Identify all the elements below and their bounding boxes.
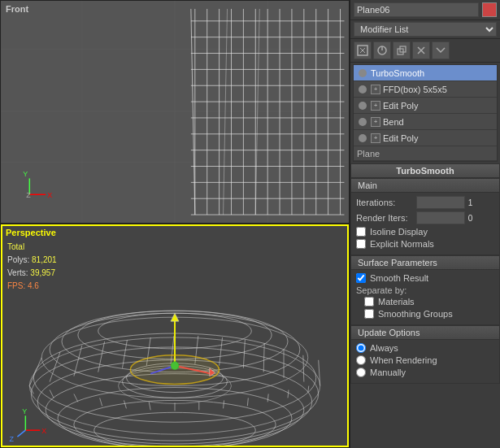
svg-text:X: X [47, 191, 52, 199]
turbosmooth-panel-header[interactable]: TurboSmooth [350, 163, 500, 178]
object-color-swatch[interactable] [482, 2, 497, 17]
viewport-front-grid: X Y Z [1, 1, 349, 223]
stack-toggle-editpoly1[interactable]: + [371, 101, 380, 111]
render-iters-row: Render Iters: ▲ ▼ [356, 211, 494, 224]
stack-base-plane[interactable]: Plane [354, 146, 497, 161]
configure-button[interactable] [432, 41, 450, 59]
render-iters-label: Render Iters: [356, 213, 413, 223]
svg-text:Z: Z [26, 191, 31, 199]
iterations-row: Iterations: ▲ ▼ [356, 196, 494, 209]
manually-radio[interactable] [356, 368, 366, 377]
when-rendering-row: When Rendering [356, 355, 494, 365]
materials-label: Materials [378, 297, 415, 307]
stack-icon-bend [357, 116, 368, 128]
svg-point-92 [130, 355, 219, 385]
explicit-normals-label: Explicit Normals [370, 239, 434, 249]
separate-by-label: Separate by: [356, 285, 494, 295]
smooth-result-checkbox[interactable] [356, 273, 366, 283]
stats-verts-value: 39,957 [30, 268, 55, 277]
modifier-list-bar: Modifier List [350, 20, 500, 39]
iterations-value[interactable] [417, 198, 500, 207]
stack-icon-turbosmooth [357, 67, 368, 79]
surface-params-label: Surface Parameters [358, 258, 437, 267]
stack-item-ffd[interactable]: + FFD(box) 5x5x5 [354, 81, 497, 98]
smooth-result-row: Smooth Result [356, 273, 494, 283]
viewport-perspective-label: Perspective [6, 228, 56, 237]
stack-toggle-editpoly2[interactable]: + [371, 133, 380, 143]
svg-text:Y: Y [23, 170, 28, 178]
svg-text:Z: Z [9, 435, 14, 443]
stack-toggle-ffd[interactable]: + [371, 85, 380, 94]
stats-verts-label: Verts: [7, 268, 28, 277]
viewport-front[interactable]: Front [0, 0, 350, 224]
left-panel: Front [0, 0, 350, 448]
update-options-label: Update Options [358, 328, 420, 337]
iterations-spinner[interactable]: ▲ ▼ [416, 196, 465, 209]
remove-modifier-button[interactable] [412, 41, 430, 59]
stack-icon-editpoly2 [357, 133, 368, 144]
stats-total-label: Total [7, 241, 57, 254]
right-panel: Modifier List TurboSmooth [350, 0, 500, 448]
stack-label-ffd: FFD(box) 5x5x5 [383, 85, 493, 94]
viewport-front-label: Front [6, 4, 28, 14]
stack-label-bend: Bend [383, 117, 493, 127]
viewport-perspective[interactable]: Perspective Total Polys: 81,201 Verts: 3… [0, 224, 350, 448]
stack-label-turbosmooth: TurboSmooth [371, 68, 493, 78]
isoline-display-row: Isoline Display [356, 227, 494, 237]
turbosmooth-panel-title: TurboSmooth [396, 166, 454, 176]
render-iters-spinner[interactable]: ▲ ▼ [416, 211, 465, 224]
surface-params-content: Smooth Result Separate by: Materials Smo… [350, 270, 500, 325]
materials-checkbox[interactable] [364, 297, 374, 307]
svg-text:X: X [41, 427, 46, 435]
main-section-header[interactable]: Main [350, 178, 500, 193]
manually-row: Manually [356, 368, 494, 377]
stats-fps-label: FPS: [7, 281, 25, 290]
always-row: Always [356, 343, 494, 353]
always-label: Always [370, 343, 398, 353]
smoothing-groups-checkbox[interactable] [364, 309, 374, 319]
stack-icon-editpoly1 [357, 100, 368, 111]
stack-item-editpoly1[interactable]: + Edit Poly [354, 98, 497, 114]
stack-item-turbosmooth[interactable]: TurboSmooth [354, 65, 497, 81]
stats-fps-value: 4.6 [28, 281, 39, 290]
surface-params-section-header[interactable]: Surface Parameters [350, 255, 500, 270]
manually-label: Manually [370, 368, 406, 377]
smooth-result-label: Smooth Result [370, 273, 428, 283]
modifier-stack: TurboSmooth + FFD(box) 5x5x5 + Edit Poly… [353, 64, 498, 162]
object-name-bar [350, 0, 500, 20]
stats-polys-label: Polys: [7, 255, 29, 264]
explicit-normals-checkbox[interactable] [356, 239, 366, 249]
pin-stack-button[interactable] [354, 41, 372, 59]
svg-text:Y: Y [22, 407, 27, 415]
update-options-section-header[interactable]: Update Options [350, 325, 500, 340]
render-iters-value[interactable] [417, 214, 500, 223]
when-rendering-radio[interactable] [356, 355, 366, 365]
stack-icon-ffd [357, 84, 368, 95]
stack-base-label: Plane [357, 149, 380, 159]
show-end-result-button[interactable] [373, 41, 391, 59]
isoline-display-checkbox[interactable] [356, 227, 366, 237]
stats-polys-value: 81,201 [32, 255, 57, 264]
isoline-display-label: Isoline Display [370, 227, 428, 237]
make-unique-button[interactable] [393, 41, 411, 59]
object-name-input[interactable] [354, 2, 479, 17]
smoothing-groups-label: Smoothing Groups [378, 309, 453, 319]
materials-row: Materials [364, 297, 494, 307]
always-radio[interactable] [356, 343, 366, 353]
update-options-content: Always When Rendering Manually [350, 340, 500, 384]
toolbar-icons [350, 39, 500, 63]
modifier-list-select[interactable]: Modifier List [354, 22, 497, 37]
stats-overlay: Total Polys: 81,201 Verts: 39,957 FPS: 4… [7, 241, 57, 293]
when-rendering-label: When Rendering [370, 355, 437, 365]
stack-item-bend[interactable]: + Bend [354, 114, 497, 130]
iterations-label: Iterations: [356, 198, 413, 207]
stack-toggle-bend[interactable]: + [371, 117, 380, 127]
stack-label-editpoly1: Edit Poly [383, 101, 493, 111]
stack-item-editpoly2[interactable]: + Edit Poly [354, 130, 497, 146]
main-section-label: Main [358, 181, 377, 190]
smoothing-groups-row: Smoothing Groups [364, 309, 494, 319]
explicit-normals-row: Explicit Normals [356, 239, 494, 249]
main-section-content: Iterations: ▲ ▼ Render Iters: ▲ ▼ Isoli [350, 193, 500, 255]
stack-label-editpoly2: Edit Poly [383, 133, 493, 143]
